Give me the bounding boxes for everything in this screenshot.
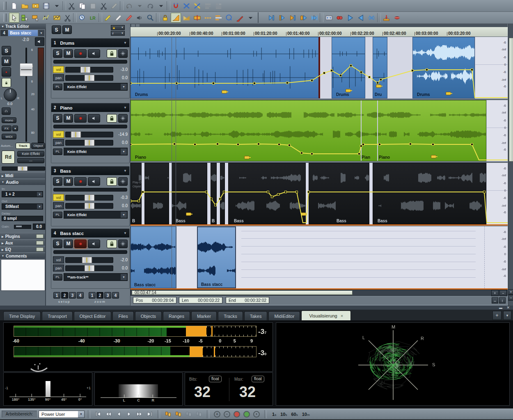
- color-dropdown[interactable]: [245, 13, 256, 23]
- go-to-start-button[interactable]: [94, 410, 103, 418]
- add-tab-button[interactable]: +: [492, 311, 502, 320]
- editor-lock-button[interactable]: [2, 78, 11, 87]
- zoom-tool[interactable]: [145, 13, 156, 23]
- end-field[interactable]: End00:00:32:02: [226, 297, 269, 304]
- volume-slider[interactable]: [65, 67, 113, 73]
- plugin-select[interactable]: Kein Effekt▼: [64, 211, 128, 219]
- audio-in-select[interactable]: 1 + 2▼: [2, 191, 43, 197]
- lane-bass-stacc[interactable]: Bass stacc Bass stacc -6-Inf-60-6-Inf-6: [131, 226, 508, 288]
- chevron-down-icon[interactable]: ▼: [124, 231, 127, 235]
- fast-forward-button[interactable]: [135, 410, 144, 418]
- pan-slider[interactable]: [65, 140, 113, 146]
- gain-slider[interactable]: [14, 225, 31, 229]
- marker-next-button[interactable]: [194, 410, 204, 418]
- record-button[interactable]: [74, 177, 87, 186]
- volume-handle[interactable]: [71, 131, 81, 138]
- chevron-down-icon[interactable]: ▼: [37, 192, 42, 196]
- draw-volume-tool[interactable]: [103, 13, 113, 23]
- toolbar-icon[interactable]: [320, 13, 323, 22]
- effect-select-button[interactable]: Kein Effekt: [17, 151, 44, 157]
- lock-all-dropdown[interactable]: ▼: [111, 25, 125, 30]
- playback-cursor[interactable]: [172, 37, 172, 288]
- zoom-preset[interactable]: 10m: [302, 412, 310, 417]
- play-section-icon[interactable]: [309, 13, 319, 23]
- volume-handle[interactable]: [80, 66, 91, 73]
- master-mute-button[interactable]: M: [62, 25, 72, 34]
- zoom-red-button[interactable]: [234, 411, 240, 418]
- pan-label[interactable]: pan: [53, 202, 64, 209]
- h-scroll-thumb[interactable]: 00:03:47:14: [132, 290, 353, 295]
- zoom-out-v-button[interactable]: −: [508, 295, 513, 301]
- v-scroll-thumb[interactable]: [509, 38, 513, 162]
- color-tool[interactable]: [235, 13, 245, 23]
- marker-prev-button[interactable]: [184, 410, 193, 418]
- pan-handle[interactable]: [84, 203, 94, 209]
- zoom-out-range-button[interactable]: −: [224, 411, 230, 418]
- audio-out-select[interactable]: StMast▼: [2, 203, 43, 210]
- punch-icon[interactable]: [334, 13, 345, 23]
- export-icon[interactable]: [381, 13, 392, 23]
- track-editor-header[interactable]: ▼ Track Editor: [0, 24, 46, 29]
- plugin-button[interactable]: PL: [53, 148, 62, 155]
- open-project-icon[interactable]: [20, 1, 30, 11]
- toolbar-icon[interactable]: [377, 13, 381, 22]
- phones-button[interactable]: [2, 107, 11, 115]
- plugin-button[interactable]: PL: [53, 84, 62, 90]
- zoom-green-button[interactable]: [243, 411, 250, 418]
- object-manager-icon[interactable]: [213, 1, 224, 11]
- play-from-range-start-icon[interactable]: [277, 13, 287, 23]
- autom-slider-handle[interactable]: [17, 166, 27, 171]
- object-curve-tool[interactable]: [52, 13, 62, 23]
- volume-label[interactable]: vol: [53, 194, 64, 201]
- toolbar-icon[interactable]: [167, 1, 170, 10]
- preset-number-button[interactable]: 4: [77, 292, 84, 299]
- monitor-button[interactable]: [88, 240, 100, 248]
- crossfade-x-icon[interactable]: [181, 1, 192, 11]
- save-project-icon[interactable]: [41, 1, 51, 11]
- preset-number-button[interactable]: 3: [69, 292, 76, 299]
- volume-handle[interactable]: [84, 194, 94, 201]
- audio-clip[interactable]: Bass stacc: [131, 226, 176, 288]
- curve-tool[interactable]: [41, 13, 51, 23]
- zoom-in-range-button[interactable]: +: [214, 411, 220, 418]
- crossfade-tool[interactable]: [181, 13, 192, 23]
- grid-mini-button[interactable]: [131, 24, 135, 27]
- lock-button[interactable]: [107, 177, 117, 186]
- midi-button[interactable]: MIDI: [2, 134, 16, 139]
- solo-button[interactable]: S: [53, 49, 62, 58]
- preset-number-button[interactable]: 2: [61, 292, 68, 299]
- volume-slider[interactable]: [65, 132, 113, 137]
- lock-button[interactable]: [107, 49, 117, 58]
- toolbar-icon[interactable]: [120, 1, 124, 10]
- toolbar-icon[interactable]: [156, 13, 160, 22]
- trim-tool[interactable]: [203, 13, 213, 23]
- track-title-bar[interactable]: 4 Bass stacc ▼: [51, 229, 129, 237]
- undo-icon[interactable]: [124, 1, 134, 11]
- zoom-preset[interactable]: 1s: [272, 412, 276, 417]
- pan-slider[interactable]: [65, 203, 113, 209]
- mute-button[interactable]: M: [64, 114, 73, 123]
- redo-icon[interactable]: [145, 1, 156, 11]
- solo-button[interactable]: S: [53, 177, 62, 186]
- pos-field[interactable]: Pos00:00:28:04: [133, 297, 176, 304]
- toolbar-grip-2[interactable]: [3, 14, 7, 22]
- quantize-icon[interactable]: [224, 13, 234, 23]
- freeze-button[interactable]: [118, 114, 128, 123]
- lock-button[interactable]: [107, 114, 117, 123]
- pan-label[interactable]: pan: [53, 265, 64, 272]
- chevron-down-icon[interactable]: ▼: [124, 169, 127, 173]
- eq-mini-button[interactable]: [36, 247, 44, 251]
- plugin-select[interactable]: Kein Effekt▼: [64, 83, 128, 91]
- dock-tab[interactable]: Visualisierung×: [301, 310, 351, 320]
- plugin-button[interactable]: PL: [53, 212, 62, 218]
- fx-button[interactable]: FX: [2, 126, 11, 131]
- mute-master-icon[interactable]: [392, 13, 402, 23]
- autom-slider-track[interactable]: [2, 167, 45, 171]
- track-title-bar[interactable]: 3 Bass ▼: [51, 167, 129, 175]
- record-button[interactable]: [74, 240, 87, 248]
- zoom-in-v-button[interactable]: +: [508, 289, 513, 295]
- pan-label[interactable]: pan: [53, 74, 64, 81]
- lane-piano[interactable]: Piano Pian Piano -6-Inf-60-6-Inf-6: [131, 100, 508, 161]
- editor-mute-button[interactable]: M: [2, 57, 11, 66]
- undo-dropdown[interactable]: [135, 1, 145, 11]
